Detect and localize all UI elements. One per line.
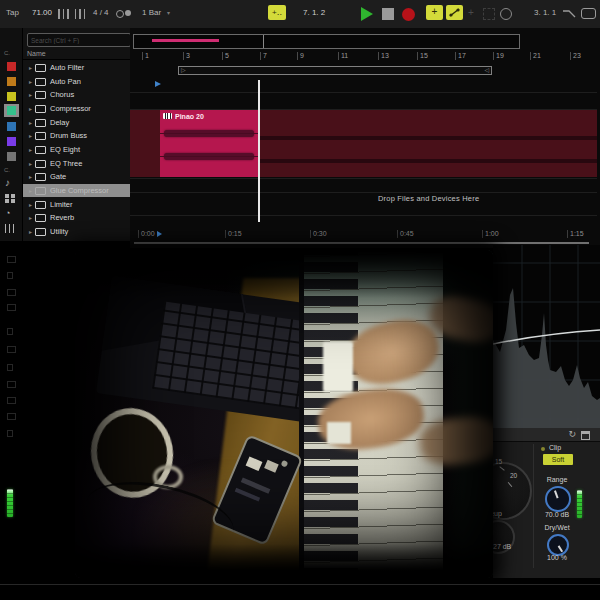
browser-item-compressor[interactable]: ▸Compressor: [23, 102, 130, 115]
expand-caret-icon[interactable]: ▸: [29, 173, 32, 180]
browser-item-limiter[interactable]: ▸Limiter: [23, 198, 130, 211]
places-folder-icon[interactable]: [7, 364, 13, 371]
instruments-clock-icon[interactable]: ◔: [5, 208, 10, 218]
expand-caret-icon[interactable]: ▸: [29, 105, 32, 112]
time-ruler-label[interactable]: 0:30: [310, 230, 327, 238]
sounds-note-icon[interactable]: ♪: [5, 178, 10, 188]
expand-caret-icon[interactable]: ▸: [29, 228, 32, 235]
clip-title-bar[interactable]: Pinao 20: [160, 110, 258, 122]
hot-swap-icon[interactable]: ↻: [568, 429, 576, 440]
collection-swatch-purple[interactable]: [7, 137, 16, 146]
metronome-icon[interactable]: [116, 10, 124, 18]
browser-item-chorus[interactable]: ▸Chorus: [23, 88, 130, 101]
collection-swatch-red[interactable]: [7, 62, 16, 71]
audio-effects-icon[interactable]: [5, 224, 15, 233]
browser-item-reverb[interactable]: ▸Reverb: [23, 211, 130, 224]
browser-item-eq-eight[interactable]: ▸EQ Eight: [23, 143, 130, 156]
beat-ruler-label[interactable]: 21: [530, 52, 541, 60]
reenable-automation-button[interactable]: +: [468, 7, 474, 18]
loop-button[interactable]: [581, 8, 596, 19]
arrangement-position-field[interactable]: 7. 1. 2: [303, 8, 325, 17]
expand-caret-icon[interactable]: ▸: [29, 91, 32, 98]
browser-item-delay[interactable]: ▸Delay: [23, 116, 130, 129]
expand-caret-icon[interactable]: ▸: [29, 201, 32, 208]
draw-mode-button[interactable]: +‥: [268, 5, 286, 20]
loop-start-arrow-icon[interactable]: ▷: [181, 66, 186, 74]
dry-wet-knob[interactable]: [547, 534, 569, 556]
eq-spectrum-display[interactable]: [493, 245, 600, 428]
time-signature-field[interactable]: 4 / 4: [93, 8, 109, 17]
range-value[interactable]: 70.0 dB: [535, 511, 579, 518]
expand-caret-icon[interactable]: ▸: [29, 187, 32, 194]
loop-start-field[interactable]: 3. 1. 1: [534, 8, 556, 17]
nudge-up-button[interactable]: [75, 9, 88, 19]
beat-ruler-label[interactable]: 17: [455, 52, 466, 60]
quantization-menu[interactable]: 1 Bar: [142, 8, 161, 17]
expand-caret-icon[interactable]: ▸: [29, 214, 32, 221]
stop-button[interactable]: [382, 8, 394, 20]
places-folder-icon[interactable]: [7, 328, 13, 335]
beat-ruler-label[interactable]: 11: [338, 52, 348, 60]
places-folder-icon[interactable]: [7, 430, 13, 437]
beat-ruler-label[interactable]: 7: [260, 52, 267, 60]
beat-ruler-label[interactable]: 13: [378, 52, 389, 60]
play-button[interactable]: [361, 7, 373, 21]
collection-swatch-grey[interactable]: [7, 152, 16, 161]
makeup-value[interactable]: 27 dB: [493, 543, 511, 550]
places-folder-icon[interactable]: [7, 256, 16, 263]
save-preset-icon[interactable]: [581, 431, 590, 440]
loop-brace[interactable]: ▷ ◁: [178, 66, 492, 75]
arrangement-overview[interactable]: [133, 34, 520, 49]
expand-caret-icon[interactable]: ▸: [29, 119, 32, 126]
collection-swatch-yellow[interactable]: [7, 92, 16, 101]
places-folder-icon[interactable]: [7, 272, 13, 279]
expand-caret-icon[interactable]: ▸: [29, 64, 32, 71]
browser-item-auto-pan[interactable]: ▸Auto Pan: [23, 75, 130, 88]
time-ruler-label[interactable]: 1:00: [482, 230, 499, 238]
tap-tempo-button[interactable]: Tap: [6, 8, 19, 17]
search-input[interactable]: [27, 33, 131, 47]
loop-end-arrow-icon[interactable]: ◁: [484, 66, 489, 74]
browser-item-utility[interactable]: ▸Utility: [23, 225, 130, 238]
session-record-button[interactable]: [500, 8, 512, 20]
collection-swatch-orange[interactable]: [7, 77, 16, 86]
nudge-down-button[interactable]: [58, 9, 71, 19]
horizontal-scrollbar[interactable]: [134, 242, 589, 244]
time-ruler-label[interactable]: 0:45: [397, 230, 414, 238]
beat-ruler-label[interactable]: 3: [183, 52, 190, 60]
soft-clip-button[interactable]: Soft: [543, 454, 573, 465]
beat-ruler-label[interactable]: 23: [570, 52, 581, 60]
device-title-bar[interactable]: ↻: [493, 428, 600, 442]
browser-item-eq-three[interactable]: ▸EQ Three: [23, 157, 130, 170]
beat-ruler-label[interactable]: 1: [142, 52, 149, 60]
audio-track-lane[interactable]: Pinao 20: [130, 110, 597, 177]
places-folder-icon[interactable]: [7, 304, 16, 311]
places-folder-icon[interactable]: [7, 413, 16, 420]
expand-caret-icon[interactable]: ▸: [29, 160, 32, 167]
browser-item-glue-compressor[interactable]: ▸Glue Compressor: [23, 184, 130, 197]
beat-ruler-label[interactable]: 5: [222, 52, 229, 60]
browser-item-gate[interactable]: ▸Gate: [23, 170, 130, 183]
midi-overdub-button[interactable]: +: [426, 5, 443, 20]
capture-midi-button[interactable]: [483, 8, 495, 20]
tempo-field[interactable]: 71.00: [32, 8, 52, 17]
time-ruler-label[interactable]: 0:15: [225, 230, 242, 238]
places-folder-icon[interactable]: [7, 381, 16, 388]
expand-caret-icon[interactable]: ▸: [29, 146, 32, 153]
browser-item-auto-filter[interactable]: ▸Auto Filter: [23, 61, 130, 74]
expand-caret-icon[interactable]: ▸: [29, 132, 32, 139]
beat-ruler-label[interactable]: 15: [417, 52, 428, 60]
expand-caret-icon[interactable]: ▸: [29, 78, 32, 85]
range-knob[interactable]: [545, 486, 571, 512]
punch-in-icon[interactable]: [562, 9, 576, 19]
collection-swatch-blue[interactable]: [7, 122, 16, 131]
places-folder-icon[interactable]: [7, 346, 16, 353]
collection-swatch-green[interactable]: [7, 106, 16, 115]
audio-clip[interactable]: Pinao 20: [160, 110, 258, 177]
browser-item-drum-buss[interactable]: ▸Drum Buss: [23, 129, 130, 142]
time-ruler-label[interactable]: 0:00: [138, 230, 155, 238]
record-button[interactable]: [402, 8, 415, 21]
places-folder-icon[interactable]: [7, 289, 16, 296]
dry-wet-value[interactable]: 100 %: [535, 554, 579, 561]
beat-ruler-label[interactable]: 9: [297, 52, 304, 60]
